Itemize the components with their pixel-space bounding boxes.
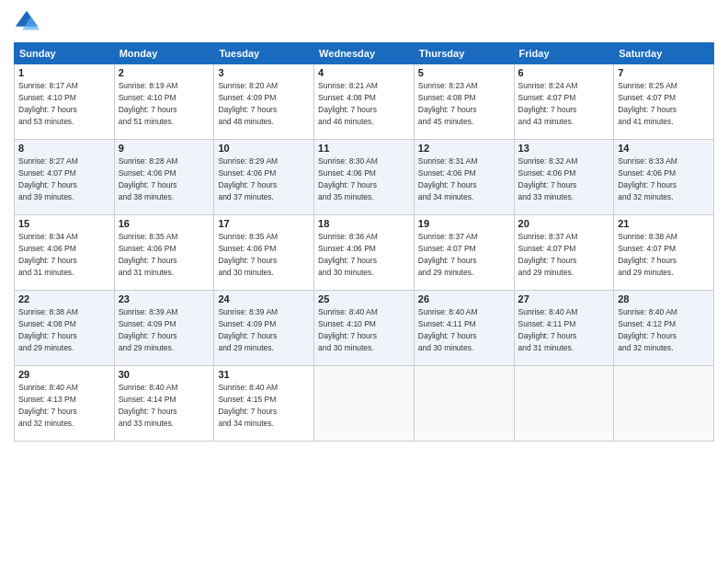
day-detail: Sunrise: 8:40 AMSunset: 4:10 PMDaylight:… bbox=[318, 307, 378, 352]
day-number: 4 bbox=[318, 67, 410, 78]
day-detail: Sunrise: 8:40 AMSunset: 4:11 PMDaylight:… bbox=[418, 307, 478, 352]
day-detail: Sunrise: 8:21 AMSunset: 4:08 PMDaylight:… bbox=[318, 81, 378, 126]
calendar-cell: 2 Sunrise: 8:19 AMSunset: 4:10 PMDayligh… bbox=[114, 64, 214, 140]
calendar-cell bbox=[514, 366, 614, 442]
day-number: 21 bbox=[618, 218, 710, 229]
day-detail: Sunrise: 8:20 AMSunset: 4:09 PMDaylight:… bbox=[218, 81, 278, 126]
day-detail: Sunrise: 8:34 AMSunset: 4:06 PMDaylight:… bbox=[18, 232, 78, 277]
calendar-cell: 31 Sunrise: 8:40 AMSunset: 4:15 PMDaylig… bbox=[214, 366, 314, 442]
day-detail: Sunrise: 8:23 AMSunset: 4:08 PMDaylight:… bbox=[418, 81, 478, 126]
day-number: 16 bbox=[119, 218, 210, 229]
calendar-cell: 3 Sunrise: 8:20 AMSunset: 4:09 PMDayligh… bbox=[214, 64, 314, 140]
calendar-cell bbox=[614, 366, 714, 442]
day-detail: Sunrise: 8:25 AMSunset: 4:07 PMDaylight:… bbox=[618, 81, 677, 126]
day-number: 20 bbox=[518, 218, 610, 229]
day-number: 19 bbox=[418, 218, 510, 229]
calendar-table: SundayMondayTuesdayWednesdayThursdayFrid… bbox=[14, 42, 714, 442]
calendar-cell: 6 Sunrise: 8:24 AMSunset: 4:07 PMDayligh… bbox=[514, 64, 614, 140]
calendar-cell: 19 Sunrise: 8:37 AMSunset: 4:07 PMDaylig… bbox=[414, 215, 514, 291]
day-detail: Sunrise: 8:39 AMSunset: 4:09 PMDaylight:… bbox=[119, 307, 178, 352]
day-detail: Sunrise: 8:37 AMSunset: 4:07 PMDaylight:… bbox=[518, 232, 578, 277]
calendar-week-3: 15 Sunrise: 8:34 AMSunset: 4:06 PMDaylig… bbox=[15, 215, 714, 291]
calendar-cell: 9 Sunrise: 8:28 AMSunset: 4:06 PMDayligh… bbox=[114, 140, 214, 215]
day-detail: Sunrise: 8:24 AMSunset: 4:07 PMDaylight:… bbox=[518, 81, 578, 126]
calendar-cell: 12 Sunrise: 8:31 AMSunset: 4:06 PMDaylig… bbox=[414, 140, 514, 215]
calendar-cell bbox=[314, 366, 415, 442]
day-detail: Sunrise: 8:40 AMSunset: 4:11 PMDaylight:… bbox=[518, 307, 578, 352]
calendar-cell: 25 Sunrise: 8:40 AMSunset: 4:10 PMDaylig… bbox=[314, 291, 415, 366]
logo-icon bbox=[14, 9, 40, 35]
day-number: 25 bbox=[318, 293, 410, 304]
calendar-cell: 4 Sunrise: 8:21 AMSunset: 4:08 PMDayligh… bbox=[314, 64, 415, 140]
calendar-week-4: 22 Sunrise: 8:38 AMSunset: 4:08 PMDaylig… bbox=[15, 291, 714, 366]
day-detail: Sunrise: 8:31 AMSunset: 4:06 PMDaylight:… bbox=[418, 156, 478, 201]
calendar-cell: 20 Sunrise: 8:37 AMSunset: 4:07 PMDaylig… bbox=[514, 215, 614, 291]
calendar-cell: 15 Sunrise: 8:34 AMSunset: 4:06 PMDaylig… bbox=[15, 215, 115, 291]
day-detail: Sunrise: 8:38 AMSunset: 4:07 PMDaylight:… bbox=[618, 232, 677, 277]
day-detail: Sunrise: 8:35 AMSunset: 4:06 PMDaylight:… bbox=[218, 232, 278, 277]
day-number: 22 bbox=[18, 293, 110, 304]
day-number: 6 bbox=[518, 67, 610, 78]
calendar-cell: 18 Sunrise: 8:36 AMSunset: 4:06 PMDaylig… bbox=[314, 215, 415, 291]
calendar-cell: 29 Sunrise: 8:40 AMSunset: 4:13 PMDaylig… bbox=[15, 366, 115, 442]
day-number: 9 bbox=[119, 143, 210, 154]
day-detail: Sunrise: 8:36 AMSunset: 4:06 PMDaylight:… bbox=[318, 232, 378, 277]
day-detail: Sunrise: 8:17 AMSunset: 4:10 PMDaylight:… bbox=[18, 81, 78, 126]
logo bbox=[14, 9, 43, 35]
day-number: 5 bbox=[418, 67, 510, 78]
day-detail: Sunrise: 8:28 AMSunset: 4:06 PMDaylight:… bbox=[119, 156, 178, 201]
calendar-cell: 24 Sunrise: 8:39 AMSunset: 4:09 PMDaylig… bbox=[214, 291, 314, 366]
day-number: 14 bbox=[618, 143, 710, 154]
day-number: 17 bbox=[218, 218, 310, 229]
calendar-cell: 23 Sunrise: 8:39 AMSunset: 4:09 PMDaylig… bbox=[114, 291, 214, 366]
weekday-header-wednesday: Wednesday bbox=[314, 43, 415, 64]
day-detail: Sunrise: 8:38 AMSunset: 4:08 PMDaylight:… bbox=[18, 307, 78, 352]
day-number: 8 bbox=[18, 143, 110, 154]
calendar-cell: 10 Sunrise: 8:29 AMSunset: 4:06 PMDaylig… bbox=[214, 140, 314, 215]
day-number: 30 bbox=[119, 369, 210, 380]
day-number: 2 bbox=[119, 67, 210, 78]
day-number: 24 bbox=[218, 293, 310, 304]
day-number: 10 bbox=[218, 143, 310, 154]
calendar-cell: 14 Sunrise: 8:33 AMSunset: 4:06 PMDaylig… bbox=[614, 140, 714, 215]
calendar-cell: 16 Sunrise: 8:35 AMSunset: 4:06 PMDaylig… bbox=[114, 215, 214, 291]
calendar-cell: 21 Sunrise: 8:38 AMSunset: 4:07 PMDaylig… bbox=[614, 215, 714, 291]
day-detail: Sunrise: 8:33 AMSunset: 4:06 PMDaylight:… bbox=[618, 156, 677, 201]
weekday-header-monday: Monday bbox=[114, 43, 214, 64]
calendar-cell: 17 Sunrise: 8:35 AMSunset: 4:06 PMDaylig… bbox=[214, 215, 314, 291]
day-number: 26 bbox=[418, 293, 510, 304]
day-detail: Sunrise: 8:32 AMSunset: 4:06 PMDaylight:… bbox=[518, 156, 578, 201]
weekday-header-tuesday: Tuesday bbox=[214, 43, 314, 64]
day-number: 13 bbox=[518, 143, 610, 154]
calendar-cell: 1 Sunrise: 8:17 AMSunset: 4:10 PMDayligh… bbox=[15, 64, 115, 140]
calendar-cell: 27 Sunrise: 8:40 AMSunset: 4:11 PMDaylig… bbox=[514, 291, 614, 366]
page: SundayMondayTuesdayWednesdayThursdayFrid… bbox=[0, 0, 728, 563]
weekday-header-friday: Friday bbox=[514, 43, 614, 64]
day-detail: Sunrise: 8:30 AMSunset: 4:06 PMDaylight:… bbox=[318, 156, 378, 201]
day-detail: Sunrise: 8:40 AMSunset: 4:14 PMDaylight:… bbox=[119, 383, 178, 428]
calendar-week-2: 8 Sunrise: 8:27 AMSunset: 4:07 PMDayligh… bbox=[15, 140, 714, 215]
calendar-cell: 26 Sunrise: 8:40 AMSunset: 4:11 PMDaylig… bbox=[414, 291, 514, 366]
day-number: 23 bbox=[119, 293, 210, 304]
day-detail: Sunrise: 8:35 AMSunset: 4:06 PMDaylight:… bbox=[119, 232, 178, 277]
day-number: 29 bbox=[18, 369, 110, 380]
calendar-header-row: SundayMondayTuesdayWednesdayThursdayFrid… bbox=[15, 43, 714, 64]
day-number: 3 bbox=[218, 67, 310, 78]
calendar-cell: 22 Sunrise: 8:38 AMSunset: 4:08 PMDaylig… bbox=[15, 291, 115, 366]
calendar-cell: 11 Sunrise: 8:30 AMSunset: 4:06 PMDaylig… bbox=[314, 140, 415, 215]
weekday-header-thursday: Thursday bbox=[414, 43, 514, 64]
calendar-cell: 8 Sunrise: 8:27 AMSunset: 4:07 PMDayligh… bbox=[15, 140, 115, 215]
day-detail: Sunrise: 8:40 AMSunset: 4:15 PMDaylight:… bbox=[218, 383, 278, 428]
calendar-cell: 13 Sunrise: 8:32 AMSunset: 4:06 PMDaylig… bbox=[514, 140, 614, 215]
calendar-cell bbox=[414, 366, 514, 442]
day-number: 15 bbox=[18, 218, 110, 229]
weekday-header-saturday: Saturday bbox=[614, 43, 714, 64]
calendar-cell: 28 Sunrise: 8:40 AMSunset: 4:12 PMDaylig… bbox=[614, 291, 714, 366]
day-number: 18 bbox=[318, 218, 410, 229]
day-number: 11 bbox=[318, 143, 410, 154]
day-detail: Sunrise: 8:39 AMSunset: 4:09 PMDaylight:… bbox=[218, 307, 278, 352]
day-detail: Sunrise: 8:40 AMSunset: 4:12 PMDaylight:… bbox=[618, 307, 677, 352]
header bbox=[14, 9, 714, 35]
day-detail: Sunrise: 8:19 AMSunset: 4:10 PMDaylight:… bbox=[119, 81, 178, 126]
calendar-week-5: 29 Sunrise: 8:40 AMSunset: 4:13 PMDaylig… bbox=[15, 366, 714, 442]
